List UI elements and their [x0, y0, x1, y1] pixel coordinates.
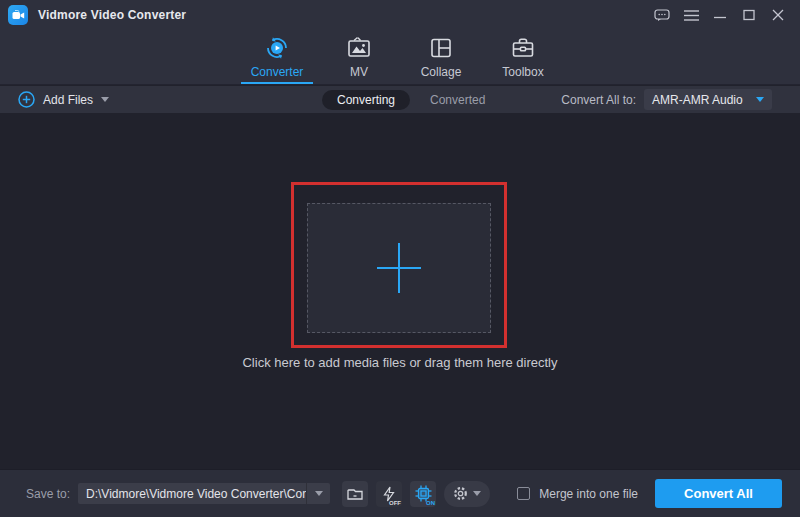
- collage-icon: [428, 34, 454, 62]
- high-speed-state: OFF: [389, 500, 401, 506]
- tab-collage-label: Collage: [421, 65, 462, 79]
- tab-toolbox-label: Toolbox: [502, 65, 543, 79]
- window-title: Vidmore Video Converter: [38, 8, 186, 22]
- toolbox-icon: [510, 34, 536, 62]
- merge-option[interactable]: Merge into one file: [517, 487, 638, 501]
- close-icon[interactable]: [770, 7, 786, 23]
- footer-bar: Save to: D:\Vidmore\Vidmore Video Conver…: [0, 469, 800, 517]
- app-logo-icon: [8, 5, 28, 25]
- toolbar: Add Files Converting Converted Convert A…: [0, 86, 800, 113]
- converted-tab[interactable]: Converted: [426, 90, 489, 110]
- dropzone-plus-icon: [376, 243, 422, 293]
- tab-collage[interactable]: Collage: [408, 29, 474, 84]
- save-path-select[interactable]: D:\Vidmore\Vidmore Video Converter\Conve…: [78, 483, 330, 504]
- format-caret-icon: [756, 97, 764, 102]
- merge-checkbox[interactable]: [517, 487, 530, 500]
- maximize-icon[interactable]: [741, 7, 757, 23]
- add-files-button[interactable]: Add Files: [18, 91, 109, 108]
- hardware-acceleration-state: ON: [426, 500, 435, 506]
- save-to-label: Save to:: [26, 487, 70, 501]
- main-nav: Converter MV Collage: [0, 30, 800, 85]
- convert-all-button[interactable]: Convert All: [655, 479, 782, 508]
- hardware-acceleration-toggle[interactable]: ON: [410, 481, 436, 507]
- merge-label: Merge into one file: [539, 487, 638, 501]
- add-media-dropzone[interactable]: [307, 203, 491, 333]
- queue-tabs: Converting Converted: [322, 86, 489, 113]
- tab-toolbox[interactable]: Toolbox: [490, 29, 556, 84]
- add-files-caret-icon: [101, 97, 109, 102]
- minimize-icon[interactable]: [712, 7, 728, 23]
- title-bar: Vidmore Video Converter: [0, 0, 800, 30]
- open-folder-button[interactable]: [342, 481, 368, 507]
- tab-converter-label: Converter: [251, 65, 304, 79]
- add-files-label: Add Files: [43, 93, 93, 107]
- convert-all-to: Convert All to: AMR-AMR Audio: [561, 86, 772, 113]
- add-files-plus-icon: [18, 91, 35, 108]
- tab-mv[interactable]: MV: [326, 29, 392, 84]
- annotation-highlight-rect: [291, 182, 507, 348]
- menu-icon[interactable]: [683, 7, 699, 23]
- save-path-caret-icon[interactable]: [306, 483, 330, 504]
- gear-icon: [453, 486, 468, 501]
- folder-icon: [347, 487, 363, 501]
- high-speed-toggle[interactable]: OFF: [376, 481, 402, 507]
- convert-all-to-label: Convert All to:: [561, 93, 636, 107]
- active-tab-underline: [241, 82, 313, 84]
- output-format-value: AMR-AMR Audio: [652, 93, 750, 107]
- app-window: Vidmore Video Converter: [0, 0, 800, 517]
- tab-converter[interactable]: Converter: [244, 29, 310, 84]
- converter-icon: [264, 34, 290, 62]
- media-list-area: Click here to add media files or drag th…: [0, 113, 800, 469]
- mv-icon: [346, 34, 372, 62]
- settings-button[interactable]: [444, 481, 490, 507]
- converting-tab[interactable]: Converting: [322, 90, 410, 110]
- output-format-select[interactable]: AMR-AMR Audio: [644, 89, 772, 110]
- drop-hint-text: Click here to add media files or drag th…: [0, 355, 800, 370]
- feedback-icon[interactable]: [654, 7, 670, 23]
- save-path-value: D:\Vidmore\Vidmore Video Converter\Conve…: [78, 487, 306, 501]
- tab-mv-label: MV: [350, 65, 368, 79]
- settings-caret-icon: [473, 491, 481, 496]
